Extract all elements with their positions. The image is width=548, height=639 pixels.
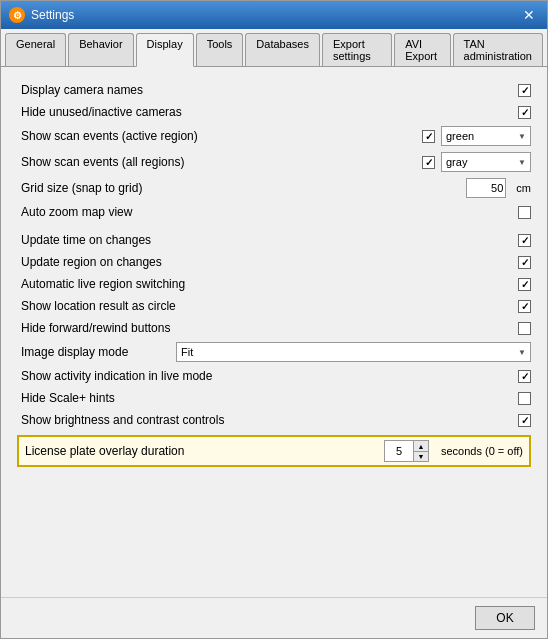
footer: OK (1, 597, 547, 638)
label-update-time: Update time on changes (17, 233, 518, 247)
control-auto-live-region (518, 278, 531, 291)
label-brightness-contrast: Show brightness and contrast controls (17, 413, 518, 427)
tab-behavior[interactable]: Behavior (68, 33, 133, 66)
control-auto-zoom (518, 206, 531, 219)
checkbox-hide-unused-cameras[interactable] (518, 106, 531, 119)
checkbox-scan-active-region[interactable] (422, 130, 435, 143)
grid-size-value: 50 (491, 182, 503, 194)
tab-display[interactable]: Display (136, 33, 194, 67)
checkbox-update-region[interactable] (518, 256, 531, 269)
label-hide-scale-hints: Hide Scale+ hints (17, 391, 518, 405)
tab-avi-export[interactable]: AVI Export (394, 33, 450, 66)
ok-button[interactable]: OK (475, 606, 535, 630)
row-scan-all-regions: Show scan events (all regions) gray ▼ (17, 149, 531, 175)
settings-window: ⚙ Settings ✕ General Behavior Display To… (0, 0, 548, 639)
control-update-time (518, 234, 531, 247)
checkbox-display-camera-names[interactable] (518, 84, 531, 97)
control-activity-indication (518, 370, 531, 383)
label-auto-live-region: Automatic live region switching (17, 277, 518, 291)
spinner-value[interactable]: 5 (385, 441, 413, 461)
dropdown-color-all[interactable]: gray ▼ (441, 152, 531, 172)
control-hide-unused-cameras (518, 106, 531, 119)
control-update-region (518, 256, 531, 269)
control-scan-active-region: green ▼ (422, 126, 531, 146)
control-hide-fwd-rwd (518, 322, 531, 335)
label-display-camera-names: Display camera names (17, 83, 518, 97)
row-license-plate-duration: License plate overlay duration 5 ▲ ▼ sec… (17, 435, 531, 467)
label-update-region: Update region on changes (17, 255, 518, 269)
checkbox-brightness-contrast[interactable] (518, 414, 531, 427)
row-auto-live-region: Automatic live region switching (17, 273, 531, 295)
dropdown-color-all-value: gray (446, 156, 467, 168)
label-scan-all-regions: Show scan events (all regions) (17, 155, 422, 169)
row-scan-active-region: Show scan events (active region) green ▼ (17, 123, 531, 149)
row-location-circle: Show location result as circle (17, 295, 531, 317)
spinner-buttons: ▲ ▼ (413, 441, 428, 461)
label-license-plate-duration: License plate overlay duration (25, 444, 384, 458)
label-grid-size: Grid size (snap to grid) (17, 181, 466, 195)
row-grid-size: Grid size (snap to grid) 50 cm (17, 175, 531, 201)
checkbox-activity-indication[interactable] (518, 370, 531, 383)
dropdown-color-active-value: green (446, 130, 474, 142)
checkbox-auto-live-region[interactable] (518, 278, 531, 291)
checkbox-scan-all-regions[interactable] (422, 156, 435, 169)
tab-export-settings[interactable]: Export settings (322, 33, 392, 66)
title-bar: ⚙ Settings ✕ (1, 1, 547, 29)
window-icon: ⚙ (9, 7, 25, 23)
close-button[interactable]: ✕ (519, 5, 539, 25)
checkbox-update-time[interactable] (518, 234, 531, 247)
row-display-camera-names: Display camera names (17, 79, 531, 101)
dropdown-fit-value: Fit (181, 346, 193, 358)
row-activity-indication: Show activity indication in live mode (17, 365, 531, 387)
tab-tools[interactable]: Tools (196, 33, 244, 66)
label-scan-active-region: Show scan events (active region) (17, 129, 422, 143)
checkbox-location-circle[interactable] (518, 300, 531, 313)
checkbox-hide-scale-hints[interactable] (518, 392, 531, 405)
label-hide-unused-cameras: Hide unused/inactive cameras (17, 105, 518, 119)
label-auto-zoom: Auto zoom map view (17, 205, 518, 219)
control-license-plate-duration: 5 ▲ ▼ seconds (0 = off) (384, 440, 523, 462)
spinner-up-button[interactable]: ▲ (414, 441, 428, 451)
tab-bar: General Behavior Display Tools Databases… (1, 29, 547, 67)
control-location-circle (518, 300, 531, 313)
control-hide-scale-hints (518, 392, 531, 405)
row-update-region: Update region on changes (17, 251, 531, 273)
seconds-label: seconds (0 = off) (441, 445, 523, 457)
spinner-license-duration[interactable]: 5 ▲ ▼ (384, 440, 429, 462)
dropdown-color-active[interactable]: green ▼ (441, 126, 531, 146)
tab-general[interactable]: General (5, 33, 66, 66)
dropdown-fit-arrow: ▼ (518, 348, 526, 357)
dropdown-color-active-arrow: ▼ (518, 132, 526, 141)
row-hide-scale-hints: Hide Scale+ hints (17, 387, 531, 409)
row-brightness-contrast: Show brightness and contrast controls (17, 409, 531, 431)
row-hide-unused-cameras: Hide unused/inactive cameras (17, 101, 531, 123)
row-image-display-mode: Image display mode Fit ▼ (17, 339, 531, 365)
row-auto-zoom: Auto zoom map view (17, 201, 531, 223)
control-display-camera-names (518, 84, 531, 97)
grid-size-unit: cm (516, 182, 531, 194)
control-brightness-contrast (518, 414, 531, 427)
tab-tan-admin[interactable]: TAN administration (453, 33, 543, 66)
control-grid-size: 50 cm (466, 178, 531, 198)
row-hide-fwd-rwd: Hide forward/rewind buttons (17, 317, 531, 339)
window-title: Settings (31, 8, 519, 22)
checkbox-hide-fwd-rwd[interactable] (518, 322, 531, 335)
control-scan-all-regions: gray ▼ (422, 152, 531, 172)
label-hide-fwd-rwd: Hide forward/rewind buttons (17, 321, 518, 335)
label-image-display-mode: Image display mode (17, 345, 176, 359)
dropdown-image-display-mode[interactable]: Fit ▼ (176, 342, 531, 362)
label-activity-indication: Show activity indication in live mode (17, 369, 518, 383)
settings-content: Display camera names Hide unused/inactiv… (1, 67, 547, 597)
spinner-down-button[interactable]: ▼ (414, 451, 428, 461)
control-image-display-mode: Fit ▼ (176, 342, 531, 362)
row-update-time: Update time on changes (17, 229, 531, 251)
checkbox-auto-zoom[interactable] (518, 206, 531, 219)
tab-databases[interactable]: Databases (245, 33, 320, 66)
input-grid-size[interactable]: 50 (466, 178, 506, 198)
label-location-circle: Show location result as circle (17, 299, 518, 313)
dropdown-color-all-arrow: ▼ (518, 158, 526, 167)
